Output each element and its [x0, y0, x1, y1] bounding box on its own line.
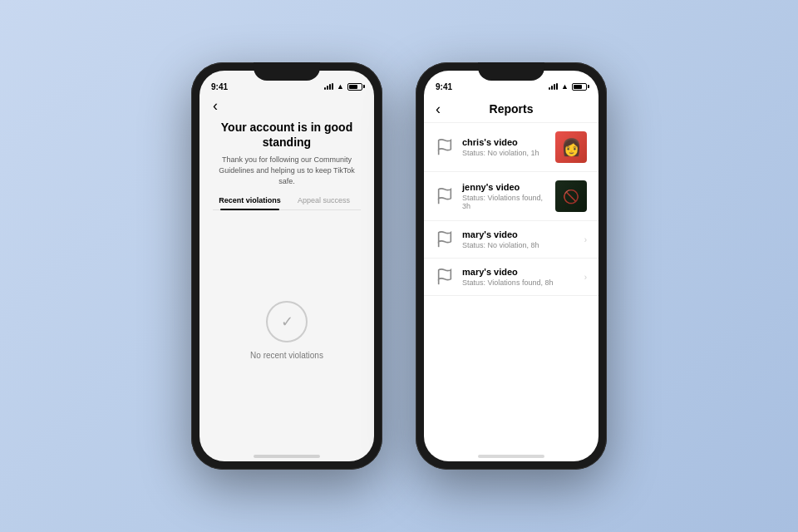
flag-icon-mary-1 [436, 230, 454, 249]
check-circle: ✓ [266, 301, 308, 342]
back-button-2[interactable]: ‹ [436, 101, 441, 118]
flag-icon-chris [436, 138, 454, 156]
tab-recent-violations[interactable]: Recent violations [213, 196, 287, 209]
signal-icon-2 [549, 83, 558, 90]
report-name-mary-1: mary's video [462, 229, 576, 239]
signal-icon-1 [324, 83, 333, 90]
report-info-chris: chris's video Status: No violation, 1h [462, 137, 547, 157]
chevron-icon-mary-2: › [584, 273, 587, 282]
report-info-mary-2: mary's video Status: Violations found, 8… [462, 267, 576, 287]
home-indicator-1 [254, 455, 320, 458]
report-item-jenny[interactable]: jenny's video Status: Violations found, … [424, 172, 598, 221]
phone-2-screen: 9:41 ▲ ‹ Reports [424, 71, 598, 461]
wifi-icon-1: ▲ [337, 82, 344, 91]
report-info-mary-1: mary's video Status: No violation, 8h [462, 229, 576, 249]
report-status-jenny: Status: Violations found, 3h [462, 194, 547, 210]
report-info-jenny: jenny's video Status: Violations found, … [462, 182, 547, 210]
report-status-mary-1: Status: No violation, 8h [462, 241, 576, 249]
no-violations-text: No recent violations [250, 351, 323, 360]
back-button-1[interactable]: ‹ [213, 97, 361, 115]
flag-icon-mary-2 [436, 268, 454, 286]
report-thumb-jenny: 🚫 [555, 180, 587, 212]
phone-1-screen: 9:41 ▲ ‹ Your account is in good standin… [200, 71, 374, 461]
hidden-eye-icon: 🚫 [563, 189, 579, 204]
status-icons-1: ▲ [324, 82, 362, 91]
report-status-chris: Status: No violation, 1h [462, 149, 547, 157]
flag-icon-jenny [436, 187, 454, 205]
report-list: chris's video Status: No violation, 1h 👩… [424, 123, 598, 450]
report-name-jenny: jenny's video [462, 182, 547, 192]
tabs-row: Recent violations Appeal success [213, 196, 361, 210]
notch-1 [254, 62, 320, 81]
phone1-content: ‹ Your account is in good standing Thank… [200, 97, 374, 450]
report-name-mary-2: mary's video [462, 267, 576, 277]
phone-2: 9:41 ▲ ‹ Reports [416, 62, 607, 470]
status-time-1: 9:41 [211, 82, 228, 91]
report-item-mary-2[interactable]: mary's video Status: Violations found, 8… [424, 259, 598, 296]
phone-1: 9:41 ▲ ‹ Your account is in good standin… [191, 62, 382, 470]
home-indicator-2 [478, 455, 544, 458]
report-thumb-chris: 👩 [555, 131, 587, 163]
account-subtitle: Thank you for following our Community Gu… [213, 155, 361, 186]
reports-title: Reports [490, 102, 534, 116]
notch-2 [478, 62, 544, 81]
chevron-icon-mary-1: › [584, 235, 587, 244]
tab-appeal-success[interactable]: Appeal success [287, 196, 361, 209]
report-status-mary-2: Status: Violations found, 8h [462, 278, 576, 287]
status-icons-2: ▲ [549, 82, 587, 91]
report-name-chris: chris's video [462, 137, 547, 147]
violations-content: ✓ No recent violations [213, 224, 361, 436]
battery-icon-1 [347, 83, 362, 91]
account-title: Your account is in good standing [213, 120, 361, 150]
wifi-icon-2: ▲ [561, 82, 569, 91]
report-item-mary-1[interactable]: mary's video Status: No violation, 8h › [424, 221, 598, 259]
battery-icon-2 [572, 83, 587, 91]
reports-header: ‹ Reports [424, 97, 598, 123]
report-item-chris[interactable]: chris's video Status: No violation, 1h 👩 [424, 123, 598, 172]
status-time-2: 9:41 [436, 82, 452, 91]
check-icon: ✓ [281, 313, 293, 331]
